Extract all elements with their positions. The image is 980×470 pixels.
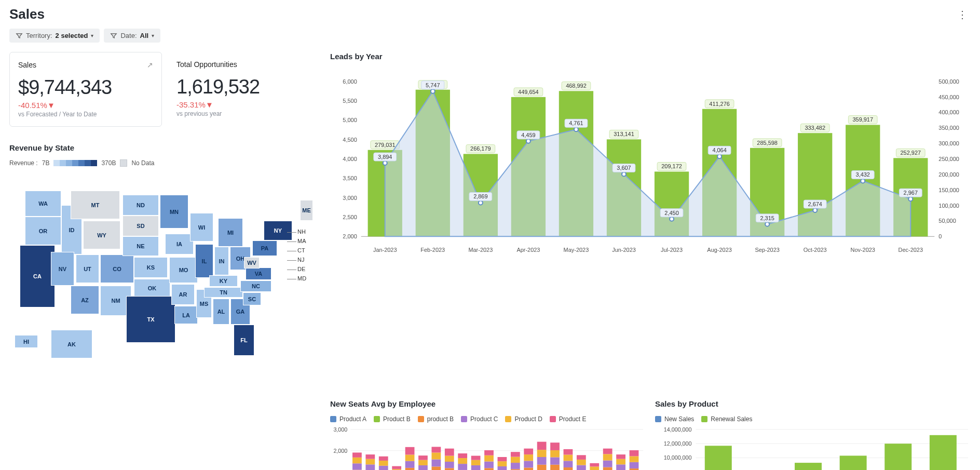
svg-text:266,179: 266,179 [470, 145, 491, 152]
us-map[interactable]: WAORCAIDNVUTAZMTWYCONMNDSDNEKSOKTXMNIAMO… [9, 174, 312, 382]
kpi-sales-card[interactable]: Sales↗ $9,744,343 -40.51%▼ vs Forecasted… [9, 52, 162, 127]
svg-rect-214 [537, 457, 547, 465]
svg-text:3,500: 3,500 [343, 175, 357, 181]
state-wa[interactable]: WA [25, 191, 61, 217]
svg-text:May-2023: May-2023 [564, 247, 589, 253]
state-fl[interactable]: FL [234, 325, 254, 356]
state-mi[interactable]: MI [218, 218, 243, 247]
state-va[interactable]: VA [246, 267, 271, 280]
legend-item[interactable]: Product A [330, 415, 366, 423]
state-nv[interactable]: NV [51, 252, 74, 286]
state-wi[interactable]: WI [190, 213, 213, 241]
state-az[interactable]: AZ [71, 286, 99, 314]
svg-rect-185 [484, 468, 494, 470]
new-seats-chart[interactable]: 01,0002,0003,000Albert HuntBrandon Moore… [330, 427, 646, 470]
state-ne[interactable]: NE [122, 236, 159, 256]
state-nd[interactable]: ND [122, 195, 159, 216]
svg-text:468,992: 468,992 [566, 83, 587, 89]
sales-by-product-chart[interactable]: 02,000,0004,000,0006,000,0008,000,00010,… [655, 427, 971, 470]
svg-rect-172 [458, 464, 467, 470]
kpi-opp-caption: vs previous year [176, 110, 312, 117]
state-label-ma: MA [297, 238, 306, 244]
map-legend: Revenue : 7B 370B No Data [9, 159, 312, 167]
state-sc[interactable]: SC [243, 292, 261, 305]
nodata-label: No Data [131, 159, 154, 167]
state-mo[interactable]: MO [169, 257, 198, 283]
state-mt[interactable]: MT [71, 191, 120, 219]
legend-item[interactable]: Product C [461, 415, 498, 423]
legend-item[interactable]: Product E [550, 415, 587, 423]
state-me[interactable]: ME [300, 200, 313, 221]
state-in[interactable]: IN [214, 247, 229, 275]
state-la[interactable]: LA [174, 306, 198, 324]
svg-rect-179 [471, 465, 481, 470]
filter-territory-name: Territory: [26, 32, 52, 39]
filter-icon [110, 32, 117, 39]
svg-rect-195 [498, 457, 507, 461]
svg-text:Oct-2023: Oct-2023 [804, 247, 827, 253]
filter-territory-value: 2 selected [56, 32, 88, 39]
svg-rect-201 [511, 457, 520, 463]
svg-rect-174 [458, 453, 467, 458]
state-al[interactable]: AL [213, 299, 229, 325]
state-mn[interactable]: MN [160, 195, 188, 229]
filter-territory[interactable]: Territory: 2 selected ▾ [9, 29, 100, 43]
state-wy[interactable]: WY [83, 221, 120, 249]
svg-text:3,894: 3,894 [378, 154, 392, 160]
legend-item[interactable]: New Sales [655, 415, 694, 423]
svg-rect-180 [471, 460, 481, 465]
state-ok[interactable]: OK [134, 279, 170, 297]
svg-text:252,927: 252,927 [901, 150, 921, 156]
svg-rect-131 [379, 461, 388, 466]
state-tx[interactable]: TX [126, 296, 175, 343]
filter-date[interactable]: Date: All ▾ [104, 29, 160, 43]
svg-rect-166 [445, 456, 454, 462]
svg-rect-158 [431, 460, 441, 467]
map-legend-label: Revenue : [9, 159, 38, 167]
legend-item[interactable]: Product D [505, 415, 542, 423]
sales-by-product-title: Sales by Product [655, 399, 971, 408]
svg-rect-216 [537, 442, 547, 450]
expand-icon: ↗ [147, 61, 153, 69]
state-ia[interactable]: IA [165, 234, 194, 254]
svg-rect-251 [603, 449, 612, 454]
state-ut[interactable]: UT [76, 254, 99, 283]
state-ny[interactable]: NY [264, 221, 292, 240]
svg-text:2,000: 2,000 [333, 448, 347, 454]
svg-point-99 [861, 179, 865, 183]
state-sd[interactable]: SD [122, 216, 159, 236]
state-ar[interactable]: AR [171, 284, 195, 305]
svg-text:4,064: 4,064 [712, 147, 726, 153]
state-ak[interactable]: AK [51, 330, 92, 358]
state-tn[interactable]: TN [204, 287, 243, 298]
svg-point-81 [574, 127, 578, 131]
legend-item[interactable]: Product B [374, 415, 411, 423]
svg-rect-249 [603, 461, 612, 467]
state-wv[interactable]: WV [244, 257, 260, 268]
state-ca[interactable]: CA [20, 245, 55, 307]
legend-item[interactable]: Renewal Sales [701, 415, 752, 423]
state-nc[interactable]: NC [240, 280, 271, 292]
svg-text:3,607: 3,607 [617, 165, 631, 171]
svg-rect-248 [603, 467, 612, 470]
svg-text:2,450: 2,450 [664, 210, 678, 216]
kpi-opp-card[interactable]: Total Opportunities 1,619,532 -35.31%▼ v… [168, 52, 321, 127]
svg-rect-263 [630, 462, 639, 468]
state-pa[interactable]: PA [252, 240, 277, 256]
svg-text:Jun-2023: Jun-2023 [612, 247, 636, 253]
state-ky[interactable]: KY [209, 275, 238, 287]
state-ks[interactable]: KS [134, 257, 168, 278]
more-menu-icon[interactable]: ⋮ [954, 8, 971, 21]
leads-by-year-chart[interactable]: 2,0002,5003,0003,5004,0004,5005,0005,500… [330, 68, 971, 260]
svg-rect-208 [524, 454, 533, 461]
svg-point-93 [765, 222, 769, 226]
state-co[interactable]: CO [100, 254, 134, 283]
svg-rect-209 [524, 449, 533, 454]
svg-text:2,967: 2,967 [904, 190, 918, 196]
legend-item[interactable]: product B [418, 415, 454, 423]
svg-rect-244 [590, 463, 599, 467]
state-hi[interactable]: HI [15, 335, 38, 348]
state-or[interactable]: OR [25, 217, 61, 245]
state-il[interactable]: IL [195, 244, 213, 278]
chevron-down-icon: ▾ [152, 33, 154, 38]
